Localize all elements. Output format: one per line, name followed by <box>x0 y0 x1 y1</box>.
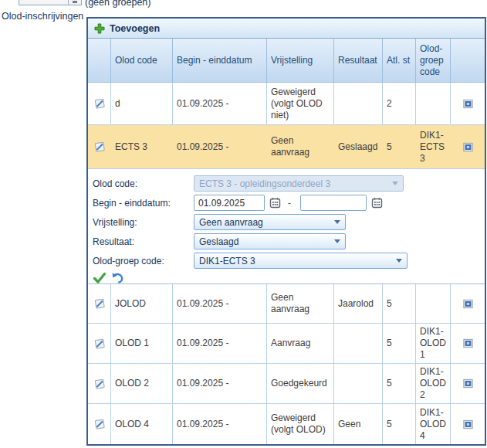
detail-icon[interactable] <box>462 98 474 110</box>
geen-groepen-text: (geen groepen) <box>85 0 150 8</box>
table-row: OLOD 2 01.09.2025 - Goedgekeurd 5 DIK1-O… <box>88 364 485 404</box>
header-olod-code: Olod code <box>111 39 173 82</box>
cell-olod-groep-code: DIK1-ECTS 3 <box>416 125 451 168</box>
cell-vrijstelling: Geweigerd (volgt OLOD niet) <box>267 83 334 124</box>
cell-resultaat: Geslaagd <box>334 125 383 168</box>
add-button[interactable]: Toevoegen <box>110 23 160 34</box>
cell-vrijstelling: Aanvraag <box>267 324 334 363</box>
cell-begin-einddatum: 01.09.2025 - <box>173 125 267 168</box>
cell-vrijstelling: Geen aanvraag <box>267 284 334 323</box>
vrijstelling-label: Vrijstelling: <box>93 217 194 228</box>
cell-olod-code: OLOD 1 <box>111 324 173 363</box>
undo-arrow-icon[interactable] <box>110 272 124 284</box>
cell-vrijstelling: Goedgekeurd <box>267 364 334 403</box>
grid-toolbar: Toevoegen <box>88 19 485 39</box>
edit-icon[interactable] <box>93 97 106 110</box>
date-range-separator: - <box>288 198 291 209</box>
calendar-icon[interactable] <box>269 197 281 209</box>
vrijstelling-value: Geen aanvraag <box>199 217 330 228</box>
olod-inschrijvingen-panel: Toevoegen Olod code Begin - einddatum Vr… <box>86 17 486 446</box>
edit-icon[interactable] <box>93 418 106 430</box>
edit-icon[interactable] <box>93 141 106 153</box>
cropped-top-control[interactable] <box>19 0 82 5</box>
resultaat-select[interactable]: Geslaagd <box>194 233 346 249</box>
edit-icon[interactable] <box>93 338 106 350</box>
chevron-down-icon <box>334 239 340 243</box>
calendar-icon[interactable] <box>371 197 383 209</box>
cell-begin-einddatum: 01.09.2025 - <box>173 324 267 363</box>
begin-date-input[interactable] <box>194 195 265 211</box>
table-row: OLOD 1 01.09.2025 - Aanvraag 5 DIK1-OLOD… <box>88 324 485 364</box>
cell-begin-einddatum: 01.09.2025 - <box>173 404 267 444</box>
cell-resultaat <box>334 324 383 363</box>
edit-icon[interactable] <box>93 297 106 310</box>
detail-icon[interactable] <box>462 378 474 389</box>
cell-begin-einddatum: 01.09.2025 - <box>173 83 267 124</box>
plus-icon[interactable] <box>94 23 105 34</box>
olod-code-label: Olod code: <box>93 178 194 189</box>
detail-icon[interactable] <box>462 298 474 310</box>
cell-olod-code: OLOD 4 <box>111 404 173 444</box>
detail-icon[interactable] <box>462 338 474 349</box>
cell-olod-groep-code: DIK1-OLOD 2 <box>416 364 451 403</box>
detail-icon[interactable] <box>462 141 474 153</box>
edit-icon[interactable] <box>93 378 106 390</box>
save-check-icon[interactable] <box>93 272 107 284</box>
olod-groep-code-value: DIK1-ECTS 3 <box>199 256 391 266</box>
table-row-selected: ECTS 3 01.09.2025 - Geen aanvraag Geslaa… <box>88 125 485 169</box>
olod-groep-code-select[interactable]: DIK1-ECTS 3 <box>194 253 408 269</box>
cell-atl-st: 5 <box>383 364 416 403</box>
header-begin-einddatum: Begin - einddatum <box>173 39 267 82</box>
cell-olod-code: d <box>111 83 173 124</box>
cell-atl-st: 5 <box>383 284 416 323</box>
header-atl-st: Atl. st <box>383 39 416 82</box>
chevron-down-icon <box>334 220 340 224</box>
olod-code-select: ECTS 3 - opleidingsonderdeel 3 <box>194 175 404 192</box>
header-detail-col <box>451 39 485 82</box>
chevron-down-icon <box>392 182 398 185</box>
chevron-down-icon <box>396 259 402 263</box>
cell-olod-groep-code <box>416 284 451 323</box>
detail-icon[interactable] <box>462 419 474 430</box>
cell-atl-st: 5 <box>383 324 416 363</box>
cell-olod-code: ECTS 3 <box>111 125 173 168</box>
resultaat-value: Geslaagd <box>199 236 330 247</box>
vrijstelling-select[interactable]: Geen aanvraag <box>194 214 346 230</box>
end-date-input[interactable] <box>300 195 367 211</box>
cell-resultaat <box>334 364 383 403</box>
table-row: JOLOD 01.09.2025 - Geen aanvraag Jaarolo… <box>88 284 485 324</box>
section-label: Olod-inschrijvingen <box>2 11 83 22</box>
resultaat-label: Resultaat: <box>93 236 194 247</box>
cell-olod-code: OLOD 2 <box>111 364 173 403</box>
cell-olod-groep-code: DIK1-OLOD 4 <box>416 404 451 444</box>
cell-olod-groep-code: DIK1-OLOD 1 <box>416 324 451 363</box>
table-row: d 01.09.2025 - Geweigerd (volgt OLOD nie… <box>88 83 485 125</box>
header-olod-groep-code: Olod-groep code <box>416 39 451 82</box>
olod-groep-code-label: Olod-groep code: <box>93 256 194 266</box>
cell-vrijstelling: Geweigerd (volgt OLOD) <box>267 404 334 444</box>
inline-edit-form: Olod code: ECTS 3 - opleidingsonderdeel … <box>88 169 485 284</box>
cell-atl-st: 5 <box>383 404 416 444</box>
chevron-down-icon <box>73 1 77 3</box>
cell-atl-st: 2 <box>383 83 416 124</box>
header-resultaat: Resultaat <box>334 39 383 82</box>
cell-olod-groep-code <box>416 83 451 124</box>
cell-resultaat <box>334 83 383 124</box>
table-row: OLOD 4 01.09.2025 - Geweigerd (volgt OLO… <box>88 404 485 444</box>
olod-code-value: ECTS 3 - opleidingsonderdeel 3 <box>199 178 387 189</box>
cell-begin-einddatum: 01.09.2025 - <box>173 364 267 403</box>
header-vrijstelling: Vrijstelling <box>267 39 334 82</box>
begin-einddatum-label: Begin - einddatum: <box>93 198 194 209</box>
cell-atl-st: 5 <box>383 125 416 168</box>
control-divider <box>68 0 69 5</box>
header-edit-col <box>88 39 111 82</box>
cell-begin-einddatum: 01.09.2025 - <box>173 284 267 323</box>
cell-olod-code: JOLOD <box>111 284 173 323</box>
cell-resultaat: Geen <box>334 404 383 444</box>
cell-vrijstelling: Geen aanvraag <box>267 125 334 168</box>
cell-resultaat: Jaarolod <box>334 284 383 323</box>
table-header-row: Olod code Begin - einddatum Vrijstelling… <box>88 39 485 83</box>
